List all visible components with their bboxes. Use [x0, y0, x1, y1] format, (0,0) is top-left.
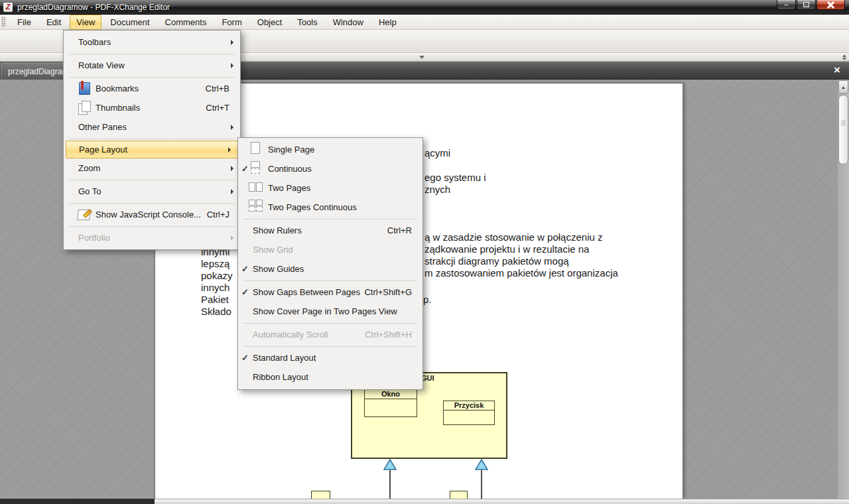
uml-connector-line	[481, 470, 482, 499]
menubar-item-tools[interactable]: Tools	[291, 15, 324, 30]
menu-item-toolbars[interactable]: Toolbars	[64, 32, 240, 52]
menu-item-label: Portfolio	[78, 233, 110, 243]
menu-item-ribbon-layout[interactable]: Ribbon Layout	[238, 367, 423, 387]
strip-scroll-icons[interactable]	[842, 54, 846, 60]
submenu-arrow-icon	[231, 235, 233, 241]
menubar-grip[interactable]	[1, 17, 6, 27]
menu-item-label: Page Layout	[79, 145, 127, 155]
uml-class-okno-label: Okno	[365, 390, 417, 399]
close-icon	[827, 1, 834, 8]
menu-item-label: Ribbon Layout	[253, 372, 308, 382]
submenu-arrow-icon	[231, 40, 233, 45]
horizontal-scrollbar[interactable]	[0, 499, 849, 504]
check-icon: ✓	[241, 264, 249, 274]
shortcut-label: Ctrl+J	[207, 210, 233, 220]
check-icon: ✓	[241, 353, 249, 363]
menubar-item-edit[interactable]: Edit	[40, 15, 68, 30]
horizontal-scrollbar-left	[0, 499, 155, 504]
submenu-arrow-icon	[231, 63, 233, 68]
menu-item-standard-layout[interactable]: ✓Standard Layout	[238, 348, 423, 367]
uml-class-przycisk: Przycisk	[443, 401, 495, 425]
collapse-toolbar-icon[interactable]	[419, 56, 424, 59]
menu-item-label: Bookmarks	[96, 84, 139, 94]
menu-item-single-page[interactable]: Single Page	[238, 140, 423, 159]
submenu-arrow-icon	[231, 166, 233, 171]
menu-item-label: Show Grid	[253, 245, 293, 255]
menu-item-two-pages[interactable]: Two Pages	[238, 178, 423, 198]
horizontal-scrollbar-track[interactable]	[155, 499, 849, 504]
menu-item-show-rulers[interactable]: Show RulersCtrl+R	[238, 221, 423, 240]
thumbnails-icon	[77, 100, 92, 115]
minimize-icon	[783, 4, 789, 6]
shortcut-label: Ctrl+B	[206, 84, 233, 94]
menu-item-automatically-scroll: Automatically ScrollCtrl+Shift+H	[238, 325, 423, 344]
menubar-item-view[interactable]: View	[70, 15, 101, 30]
js-console-icon	[77, 207, 92, 221]
menu-item-show-gaps-between-pages[interactable]: ✓Show Gaps Between PagesCtrl+Shift+G	[238, 283, 423, 302]
uml-class-okno: Okno	[364, 389, 417, 417]
menu-item-label: Toolbars	[78, 37, 111, 47]
document-tab-label: przegladDiagram	[8, 67, 68, 76]
menu-item-label: Show Guides	[253, 264, 304, 274]
check-icon: ✓	[241, 287, 249, 297]
continuous-icon	[249, 161, 263, 176]
close-document-icon[interactable]: ×	[830, 63, 844, 78]
submenu-arrow-icon	[228, 147, 231, 153]
menu-item-label: Standard Layout	[253, 353, 316, 363]
submenu-arrow-icon	[231, 189, 233, 194]
minimize-button[interactable]	[777, 0, 796, 10]
menu-item-label: Two Pages Continuous	[268, 202, 357, 212]
menu-item-show-javascript-console[interactable]: Show JavaScript Console...Ctrl+J	[64, 205, 240, 224]
menubar-item-help[interactable]: Help	[372, 15, 403, 30]
menu-item-label: Automatically Scroll	[253, 330, 328, 340]
menu-item-zoom[interactable]: Zoom	[64, 158, 240, 178]
menubar-item-object[interactable]: Object	[251, 15, 289, 30]
window-controls	[776, 0, 845, 10]
menu-item-go-to[interactable]: Go To	[64, 182, 240, 201]
restore-button[interactable]	[797, 0, 816, 10]
check-icon: ✓	[241, 164, 249, 174]
title-bar: Z przegladDiagramow - PDF-XChange Editor	[0, 0, 849, 15]
menubar-item-comments[interactable]: Comments	[159, 15, 214, 30]
menu-item-portfolio: Portfolio	[64, 228, 240, 247]
window-title: przegladDiagramow - PDF-XChange Editor	[17, 3, 170, 12]
generalization-arrow-icon	[475, 459, 488, 470]
menu-item-continuous[interactable]: ✓Continuous	[238, 159, 423, 178]
scrollbar-thumb[interactable]	[838, 95, 848, 164]
menu-item-label: Show Rulers	[253, 225, 302, 235]
menu-item-label: Go To	[78, 186, 101, 196]
menu-item-label: Thumbnails	[96, 103, 140, 113]
menu-item-page-layout[interactable]: Page Layout	[66, 141, 238, 158]
vertical-scrollbar[interactable]: ▲	[838, 80, 849, 499]
menu-item-label: Show Cover Page in Two Pages View	[253, 306, 397, 316]
uml-class-przycisk-label: Przycisk	[444, 401, 494, 410]
menu-item-show-guides[interactable]: ✓Show Guides	[238, 259, 423, 279]
view-menu-popup: ToolbarsRotate ViewBookmarksCtrl+BThumbn…	[63, 30, 241, 250]
scroll-up-icon[interactable]: ▲	[838, 80, 848, 94]
close-button[interactable]	[816, 0, 845, 10]
two-pages-icon	[249, 180, 263, 195]
menubar-item-document[interactable]: Document	[103, 15, 156, 30]
menu-item-rotate-view[interactable]: Rotate View	[64, 56, 240, 75]
menubar-item-file[interactable]: File	[11, 15, 38, 30]
single-page-icon	[249, 142, 263, 157]
menu-item-label: Continuous	[268, 164, 312, 174]
menu-item-label: Zoom	[78, 163, 100, 173]
menubar-items: FileEditViewDocumentCommentsFormObjectTo…	[11, 15, 405, 30]
menu-item-show-cover-page-in-two-pages-view[interactable]: Show Cover Page in Two Pages View	[238, 302, 423, 321]
menu-item-label: Two Pages	[268, 183, 310, 193]
shortcut-label: Ctrl+T	[206, 103, 233, 113]
menu-item-show-grid: Show Grid	[238, 240, 423, 259]
bookmarks-icon	[77, 81, 92, 95]
menu-item-other-panes[interactable]: Other Panes	[64, 117, 240, 137]
two-pages-continuous-icon	[249, 200, 263, 214]
menubar-item-window[interactable]: Window	[326, 15, 370, 30]
app-icon: Z	[3, 3, 13, 12]
menu-item-two-pages-continuous[interactable]: Two Pages Continuous	[238, 198, 423, 217]
menu-item-thumbnails[interactable]: ThumbnailsCtrl+T	[64, 98, 240, 117]
application-window: Z przegladDiagramow - PDF-XChange Editor…	[0, 0, 849, 504]
page-layout-submenu-popup: Single Page✓ContinuousTwo PagesTwo Pages…	[237, 137, 423, 390]
restore-icon	[803, 2, 809, 7]
menubar-item-form[interactable]: Form	[215, 15, 248, 30]
menu-item-bookmarks[interactable]: BookmarksCtrl+B	[64, 79, 240, 98]
